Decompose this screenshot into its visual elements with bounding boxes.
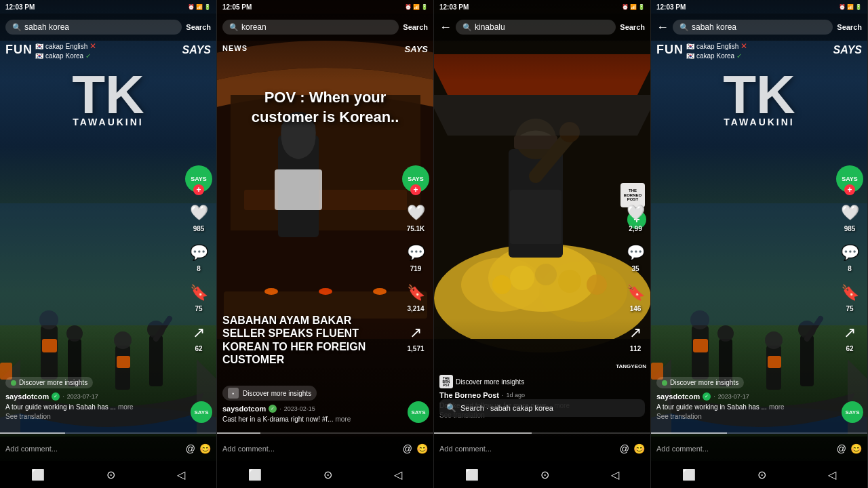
says-btn-4[interactable]: SAYS + [836,165,863,192]
bookmark-action-1[interactable]: 🔖 75 [188,282,210,312]
discover-btn-4[interactable]: Discover more insights [656,377,744,388]
says-btn-2[interactable]: SAYS + [402,165,429,192]
nav-home-1[interactable]: ⊙ [106,468,115,481]
nav-back-1[interactable]: ◁ [177,468,185,481]
back-button-3[interactable]: ← [439,20,452,35]
screen-1: 12:03 PM ⏰ 📶 🔋 🔍 sabah korea Search FUN … [0,0,217,488]
comment-placeholder-1[interactable]: Add comment... [5,445,182,453]
bookmark-action-3[interactable]: 🔖 146 [625,282,646,312]
tk-subtitle-4: TAWAUKINI [724,117,795,127]
at-icon-3[interactable]: @ [620,443,629,454]
share-icon-1[interactable]: ↗ [188,322,210,344]
bookmark-action-2[interactable]: 🔖 3,214 [405,282,427,312]
comment-icon-1[interactable]: 💬 [188,242,210,264]
search-query-3[interactable]: kinabalu [475,22,609,32]
account-name-1[interactable]: saysdotcom [5,392,49,401]
more-link-4[interactable]: more [769,403,785,411]
nav-home-4[interactable]: ⊙ [757,468,766,481]
translation-btn-4[interactable]: See translation [656,413,830,420]
search-query-2[interactable]: korean [241,22,392,32]
nav-back-3[interactable]: ◁ [611,468,619,481]
like-action-2[interactable]: 🤍 75.1K [405,202,427,232]
signal-icon-4: 📶 [847,4,854,10]
search-input-wrap-2[interactable]: 🔍 korean [222,20,399,35]
heart-icon-1[interactable]: 🤍 [188,202,210,224]
at-icon-2[interactable]: @ [403,443,412,454]
bookmark-icon-2[interactable]: 🔖 [405,282,427,304]
search-input-wrap-3[interactable]: 🔍 kinabalu [456,20,616,35]
says-follow-4[interactable]: SAYS + [836,165,863,192]
emoji-icon-2[interactable]: 😊 [416,443,428,454]
emoji-icon-4[interactable]: 😊 [850,443,862,454]
nav-square-3[interactable]: ⬜ [465,468,479,481]
share-icon-2[interactable]: ↗ [405,322,427,344]
heart-icon-2[interactable]: 🤍 [405,202,427,224]
discover-text-3[interactable]: Discover more insights [456,378,524,386]
like-action-1[interactable]: 🤍 985 [188,202,210,232]
heart-icon-3[interactable]: 🤍 [625,202,646,224]
like-action-4[interactable]: 🤍 985 [839,202,861,232]
bookmark-icon-1[interactable]: 🔖 [188,282,210,304]
search-input-wrap-4[interactable]: 🔍 sabah korea [673,20,833,35]
more-link-2[interactable]: more [335,415,351,423]
comment-icon-3[interactable]: 💬 [625,242,646,264]
comment-icon-4[interactable]: 💬 [839,242,861,264]
search-query-1[interactable]: sabah korea [24,22,175,32]
nav-square-2[interactable]: ⬜ [248,468,262,481]
search-button-4[interactable]: Search [837,23,862,31]
more-link-1[interactable]: more [118,403,134,411]
says-follow-1[interactable]: SAYS + [185,165,212,192]
says-btn-1[interactable]: SAYS + [185,165,212,192]
nav-square-1[interactable]: ⬜ [31,468,45,481]
video-title-2: SABAHAN AYAM BAKAR SELLER SPEAKS FLUENT … [222,314,393,366]
discover-btn-2[interactable]: ▪ Discover more insights [222,386,317,401]
bookmark-action-4[interactable]: 🔖 75 [839,282,861,312]
search-icon-1: 🔍 [12,23,22,32]
caption-2: Cast her in a K-drama right now! #f... [222,415,333,424]
nav-bar-3: ⬜ ⊙ ◁ [434,461,650,488]
at-icon-1[interactable]: @ [186,443,195,454]
nav-square-4[interactable]: ⬜ [682,468,696,481]
fun-says-1: FUN 🇰🇷 cakap English ✕ 🇰🇷 cakap Korea ✓ … [0,37,216,62]
like-action-3[interactable]: 🤍 2,99 [625,202,646,232]
share-action-3[interactable]: ↗ 112 [625,322,646,352]
search-input-wrap-1[interactable]: 🔍 sabah korea [5,20,182,35]
comment-action-4[interactable]: 💬 8 [839,242,861,272]
comment-icon-2[interactable]: 💬 [405,242,427,264]
search-button-2[interactable]: Search [403,23,428,31]
back-button-4[interactable]: ← [656,20,669,35]
nav-home-2[interactable]: ⊙ [323,468,332,481]
search-button-3[interactable]: Search [620,23,645,31]
comment-placeholder-2[interactable]: Add comment... [222,445,399,453]
share-action-2[interactable]: ↗ 1,571 [405,322,427,352]
discover-btn-1[interactable]: Discover more insights [5,377,93,388]
search-suggestion-3[interactable]: 🔍 Search · sabah cakap korea [439,399,645,417]
account-name-4[interactable]: saysdotcom [656,392,700,401]
share-icon-3[interactable]: ↗ [625,322,646,344]
comment-placeholder-4[interactable]: Add comment... [656,445,833,453]
translation-btn-1[interactable]: See translation [5,413,179,420]
at-icon-4[interactable]: @ [837,443,846,454]
account-name-3[interactable]: The Borneo Post [439,391,499,399]
comment-action-1[interactable]: 💬 8 [188,242,210,272]
emoji-icon-1[interactable]: 😊 [199,443,211,454]
account-name-2[interactable]: saysdotcom [222,405,266,413]
bookmark-icon-3[interactable]: 🔖 [625,282,646,304]
share-action-1[interactable]: ↗ 62 [188,322,210,352]
heart-icon-4[interactable]: 🤍 [839,202,861,224]
comment-placeholder-3[interactable]: Add comment... [439,445,616,453]
nav-back-2[interactable]: ◁ [394,468,402,481]
comment-action-3[interactable]: 💬 35 [625,242,646,272]
share-icon-4[interactable]: ↗ [839,322,861,344]
search-button-1[interactable]: Search [186,23,211,31]
svg-point-31 [510,266,534,290]
search-query-4[interactable]: sabah korea [692,22,826,32]
says-follow-2[interactable]: SAYS + [402,165,429,192]
bookmark-icon-4[interactable]: 🔖 [839,282,861,304]
emoji-icon-3[interactable]: 😊 [633,443,645,454]
comment-action-2[interactable]: 💬 719 [405,242,427,272]
share-action-4[interactable]: ↗ 62 [839,322,861,352]
nav-home-3[interactable]: ⊙ [540,468,549,481]
nav-back-4[interactable]: ◁ [828,468,836,481]
date-1: 2023-07-17 [67,393,98,400]
